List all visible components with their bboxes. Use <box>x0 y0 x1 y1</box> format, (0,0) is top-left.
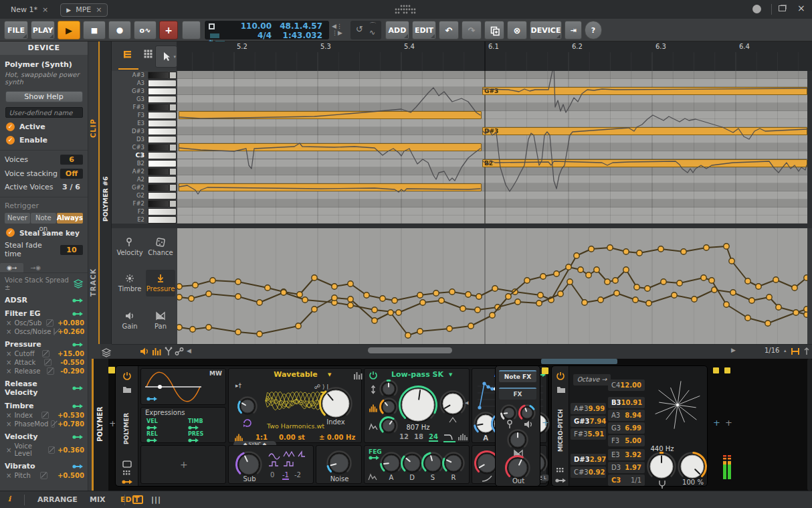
tuning-cell-b3[interactable]: B310.91 <box>608 397 645 408</box>
mixer-strip-icon[interactable]: ||| <box>151 495 161 504</box>
piano-key-row-f3[interactable]: F3 <box>112 111 177 119</box>
power-icon[interactable] <box>122 371 132 379</box>
mod-targets-tab[interactable]: →◉ <box>23 263 47 272</box>
key-black[interactable] <box>148 88 177 95</box>
expression-slot-rel[interactable]: REL <box>146 431 158 437</box>
mod-route-icon[interactable] <box>146 396 157 402</box>
filter-drive-knob[interactable] <box>379 397 399 417</box>
show-help-button[interactable]: Show Help <box>5 91 83 102</box>
mod-amount-value[interactable]: +15.00 <box>58 350 84 357</box>
mod-target-attack[interactable]: ×Attack-0.550 <box>0 359 88 366</box>
grid-view-icon[interactable] <box>144 50 154 59</box>
mix-value[interactable]: 100 % <box>679 479 707 486</box>
modulator-adsr[interactable]: ADSR <box>0 296 88 305</box>
grid-dots-icon[interactable] <box>556 468 563 474</box>
add-device-end-track[interactable]: + <box>713 418 720 428</box>
expression-tab-gain[interactable]: Gain <box>115 307 144 334</box>
loop-controls[interactable]: ↺ ⌒ ∿ <box>350 21 381 39</box>
key-white[interactable] <box>148 160 177 167</box>
piano-key-row-f2[interactable]: F2 <box>112 207 177 216</box>
key-white[interactable] <box>148 80 177 87</box>
mod-curve-icon[interactable] <box>47 367 54 375</box>
retrigger-option-never[interactable]: Never <box>5 213 30 224</box>
piano-key-row-a3[interactable]: A3 <box>112 79 177 87</box>
remove-mod-icon[interactable]: × <box>6 328 11 335</box>
add-device-end[interactable]: + <box>725 418 732 428</box>
osc-semitones-value[interactable]: 0.00 st <box>279 434 305 441</box>
fx-button[interactable]: FX <box>499 388 536 400</box>
mod-target-cutoff[interactable]: ×Cutoff+15.00 <box>0 350 88 357</box>
mod-curve-icon[interactable] <box>48 446 55 454</box>
modulator-velocity[interactable]: Velocity <box>0 432 88 441</box>
retrigger-option-always[interactable]: Always <box>57 213 83 224</box>
piano-key-row-gs2[interactable]: G#2 <box>112 183 177 191</box>
remove-mod-icon[interactable]: × <box>6 367 11 375</box>
remove-mod-icon[interactable]: × <box>6 472 11 479</box>
h-scrollbar[interactable] <box>368 347 452 353</box>
insert-icon-button[interactable]: ⇥ <box>565 21 582 39</box>
help-button[interactable]: ? <box>585 21 602 39</box>
steal-fade-value[interactable]: 10 <box>60 245 83 255</box>
feg-r-knob[interactable] <box>441 451 466 475</box>
project-tab-new-1-[interactable]: New 1*× <box>5 3 54 16</box>
tuning-cell-f3[interactable]: F35.00 <box>608 435 645 446</box>
link-icon[interactable] <box>175 347 184 356</box>
mod-amount-value[interactable]: +0.780 <box>58 420 84 428</box>
mod-out-icon[interactable] <box>555 477 565 483</box>
folder-icon[interactable] <box>122 385 131 393</box>
note-length-icon[interactable] <box>791 347 800 356</box>
osc-type-select[interactable]: Wavetable <box>229 370 363 379</box>
expression-tab-velocity[interactable]: Velocity <box>115 234 144 260</box>
key-white[interactable] <box>148 112 177 119</box>
mod-target-phasemod[interactable]: ×PhaseMod+0.780 <box>0 420 88 428</box>
retrig-icon[interactable]: ▸† <box>235 382 241 389</box>
undo-button[interactable]: ↶ <box>439 21 459 39</box>
mod-curve-icon[interactable] <box>42 350 49 357</box>
mod-out-icon[interactable] <box>122 479 132 485</box>
setting-value[interactable]: Off <box>60 169 83 179</box>
clip-slot-indicator-3[interactable] <box>713 367 719 373</box>
piano-key-row-fs3[interactable]: F#3 <box>112 103 177 111</box>
lane-header[interactable]: POLYMER #6 <box>100 41 112 344</box>
modulator-vibrato[interactable]: Vibrato <box>0 462 88 471</box>
index-knob[interactable] <box>318 386 353 421</box>
mod-target-index[interactable]: ×Index+0.530 <box>0 412 88 419</box>
power-icon[interactable] <box>556 371 565 379</box>
filter-type-select[interactable]: Low-pass SK <box>365 370 470 379</box>
tuning-cell-e3[interactable]: E33.92 <box>608 449 645 460</box>
tuning-cell-cs3[interactable]: C#30.92 <box>571 467 606 478</box>
key-black[interactable] <box>148 184 169 191</box>
tuning-cell-d3[interactable]: D31.97 <box>608 462 645 473</box>
add-button[interactable]: ADD <box>385 21 409 39</box>
view-tab-mix[interactable]: MIX <box>90 495 106 504</box>
sub-octave-0[interactable]: 0 <box>270 471 274 479</box>
mod-curve-icon[interactable] <box>40 472 47 479</box>
automation-write-button[interactable]: o∿ <box>134 21 157 39</box>
punch-in-icon[interactable]: ◀⋮⋮▶ <box>332 23 342 36</box>
cutoff-knob[interactable] <box>398 385 438 425</box>
remove-mod-icon[interactable]: × <box>6 446 11 454</box>
tab-track[interactable]: TRACK <box>90 262 97 303</box>
key-white[interactable] <box>148 152 177 159</box>
redo-button[interactable]: ↷ <box>462 21 482 39</box>
noise-knob[interactable] <box>326 450 352 477</box>
delete-button[interactable]: ⊗ <box>507 21 527 39</box>
pan-knob[interactable] <box>506 428 529 451</box>
restore-icon[interactable] <box>779 5 786 11</box>
clip-slot-indicator-2[interactable] <box>542 367 548 374</box>
stack-icon[interactable] <box>102 348 110 357</box>
mod-route-icon[interactable] <box>369 454 378 460</box>
mod-amount-value[interactable]: -0.290 <box>60 367 84 375</box>
position-display[interactable]: 48.1.4.57 1:43.032 <box>272 21 325 39</box>
mod-target-osc-sub[interactable]: ×Osc/Sub+0.080 <box>0 319 88 327</box>
glide-badge[interactable]: L <box>542 475 548 481</box>
duplicate-button[interactable] <box>484 21 504 39</box>
file-button[interactable]: FILE <box>4 21 28 39</box>
key-white[interactable] <box>148 208 177 216</box>
key-white[interactable] <box>148 96 177 103</box>
tab-clip[interactable]: CLIP <box>90 108 97 149</box>
edit-button[interactable]: EDIT <box>412 21 436 39</box>
key-white[interactable] <box>148 136 177 143</box>
timeline-ruler[interactable]: 5.25.35.46.16.26.36.4 <box>177 41 812 71</box>
key-black[interactable] <box>148 104 169 111</box>
